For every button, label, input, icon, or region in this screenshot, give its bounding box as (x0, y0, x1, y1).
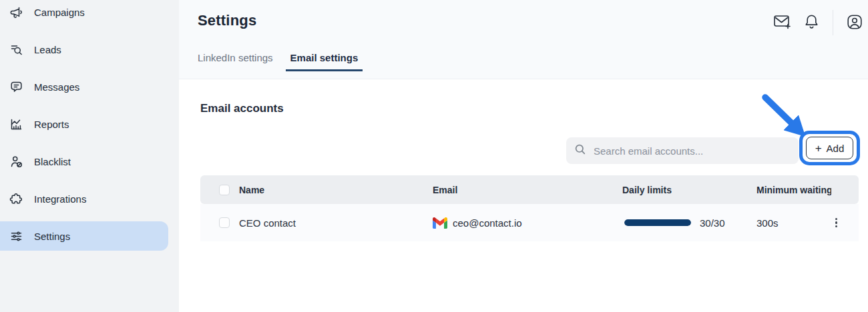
page-header: Settings LinkedIn settings Email sett (179, 0, 868, 79)
sidebar-item-label: Settings (34, 231, 70, 242)
sidebar-item-reports[interactable]: Reports (0, 109, 168, 139)
sidebar-item-label: Blacklist (34, 156, 71, 167)
minimum-waiting-value: 300s (756, 217, 831, 229)
annotation-highlight-ring: + Add (799, 131, 860, 165)
account-icon (847, 14, 863, 32)
account-button[interactable] (847, 14, 863, 32)
main-panel: Settings LinkedIn settings Email sett (179, 0, 868, 312)
tab-linkedin-settings[interactable]: LinkedIn settings (193, 52, 278, 71)
add-email-account-button[interactable]: + Add (806, 137, 853, 159)
sidebar-item-label: Campaigns (34, 7, 85, 18)
sliders-icon (9, 229, 23, 243)
table-header-row: Name Email Daily limits Minimum waiting … (200, 175, 859, 204)
bell-icon (804, 13, 819, 32)
settings-tabs: LinkedIn settings Email settings (198, 52, 363, 71)
tab-email-settings[interactable]: Email settings (286, 52, 363, 71)
select-all-checkbox[interactable] (219, 185, 230, 195)
gmail-icon (433, 217, 447, 229)
add-button-label: Add (827, 143, 845, 154)
sidebar-item-blacklist[interactable]: Blacklist (0, 147, 168, 176)
puzzle-icon (9, 192, 23, 206)
sidebar-item-label: Messages (34, 81, 79, 93)
section-title: Email accounts (200, 102, 284, 115)
user-block-icon (9, 155, 23, 169)
sidebar-item-integrations[interactable]: Integrations (0, 184, 168, 213)
sidebar-item-settings[interactable]: Settings (0, 221, 168, 251)
new-email-button[interactable] (773, 13, 791, 32)
row-checkbox[interactable] (219, 217, 230, 228)
search-icon (574, 143, 586, 158)
lead-search-icon (9, 43, 23, 57)
header-actions (773, 12, 863, 33)
sidebar-item-campaigns[interactable]: Campaigns (0, 0, 168, 27)
sidebar-nav: Campaigns Leads Messages Reports Blackli… (0, 0, 179, 251)
plus-icon: + (815, 143, 822, 154)
email-accounts-table: Name Email Daily limits Minimum waiting … (200, 175, 859, 241)
account-name: CEO contact (239, 217, 433, 229)
column-header-name: Name (239, 185, 433, 195)
report-chart-icon (9, 117, 23, 131)
sidebar-item-leads[interactable]: Leads (0, 35, 168, 64)
account-email: ceo@contact.io (453, 217, 522, 229)
sidebar-item-label: Reports (34, 119, 69, 130)
mail-add-icon (773, 13, 791, 32)
column-header-email: Email (433, 185, 622, 195)
column-header-daily-limits: Daily limits (622, 185, 756, 195)
megaphone-icon (9, 5, 23, 19)
notifications-button[interactable] (804, 13, 819, 32)
header-divider (833, 10, 833, 35)
row-actions-kebab-button[interactable] (831, 214, 843, 232)
sidebar-item-label: Integrations (34, 193, 86, 205)
sidebar-item-label: Leads (34, 44, 61, 55)
page-title: Settings (198, 12, 256, 29)
table-row: CEO contact ceo@contact.io 30 (200, 204, 859, 241)
sidebar: Campaigns Leads Messages Reports Blackli… (0, 0, 179, 312)
column-header-minimum-waiting: Minimum waiting time (756, 185, 831, 195)
daily-limit-progressbar (624, 219, 691, 226)
daily-limit-value: 30/30 (700, 217, 725, 229)
chat-bubble-icon (9, 80, 23, 94)
search-email-accounts-input[interactable] (592, 145, 791, 157)
sidebar-item-messages[interactable]: Messages (0, 72, 168, 101)
search-box (566, 137, 799, 164)
